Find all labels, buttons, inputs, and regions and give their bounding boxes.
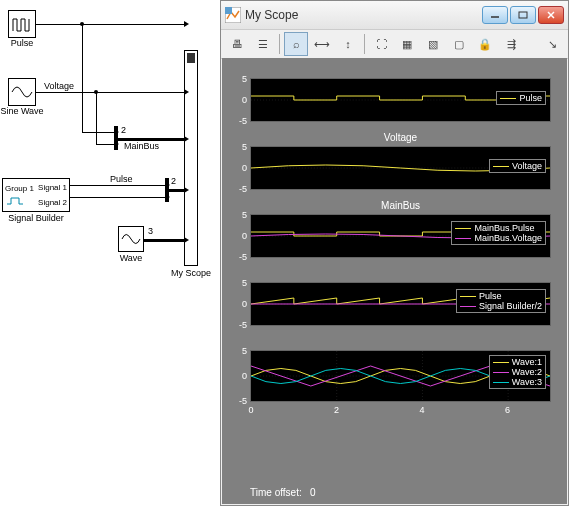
float-icon[interactable]: ▢ bbox=[447, 32, 471, 56]
sine-label: Sine Wave bbox=[0, 106, 44, 116]
zoom-y-icon[interactable]: ↕ bbox=[336, 32, 360, 56]
plot-2[interactable]: Voltage 5 0 -5 Voltage bbox=[250, 132, 551, 190]
chevron-icon[interactable]: ↘ bbox=[540, 32, 564, 56]
app-icon bbox=[225, 7, 241, 23]
toolbar: 🖶 ☰ ⌕ ⟷ ↕ ⛶ ▦ ▧ ▢ 🔒 ⇶ ↘ bbox=[221, 30, 568, 59]
legend-3: MainBus.Pulse MainBus.Voltage bbox=[451, 221, 546, 245]
restore-axes-icon[interactable]: ▧ bbox=[421, 32, 445, 56]
scope-block[interactable] bbox=[184, 50, 198, 266]
minimize-button[interactable] bbox=[482, 6, 508, 24]
close-button[interactable] bbox=[538, 6, 564, 24]
plot-4[interactable]: 5 0 -5 Pulse Signal Builder/2 bbox=[250, 268, 551, 326]
autoscale-icon[interactable]: ⛶ bbox=[369, 32, 393, 56]
save-axes-icon[interactable]: ▦ bbox=[395, 32, 419, 56]
signal-select-icon[interactable]: ⇶ bbox=[499, 32, 523, 56]
plot-3[interactable]: MainBus 5 0 -5 MainBus.Pulse MainBus.Vol… bbox=[250, 200, 551, 258]
wave-block[interactable] bbox=[118, 226, 144, 252]
print-icon[interactable]: 🖶 bbox=[225, 32, 249, 56]
titlebar[interactable]: My Scope bbox=[221, 1, 568, 30]
window-title: My Scope bbox=[245, 8, 482, 22]
legend-2: Voltage bbox=[489, 159, 546, 173]
time-offset: Time offset: 0 bbox=[250, 485, 551, 500]
svg-rect-3 bbox=[519, 12, 527, 18]
scope-label: My Scope bbox=[166, 268, 216, 278]
pulse-label: Pulse bbox=[8, 38, 36, 48]
plot-1[interactable]: 5 0 -5 Pulse bbox=[250, 64, 551, 122]
svg-rect-1 bbox=[225, 7, 232, 14]
params-icon[interactable]: ☰ bbox=[251, 32, 275, 56]
zoom-x-icon[interactable]: ⟷ bbox=[310, 32, 334, 56]
wave-label: Wave bbox=[116, 253, 146, 263]
signal-builder-block[interactable]: Group 1 Signal 1 Signal 2 bbox=[2, 178, 70, 212]
sine-block[interactable] bbox=[8, 78, 36, 106]
legend-5: Wave:1 Wave:2 Wave:3 bbox=[489, 355, 546, 389]
signal-builder-label: Signal Builder bbox=[2, 213, 70, 223]
plot-5[interactable]: 5 0 -5 0 2 4 6 Wave:1 Wave:2 Wave:3 bbox=[250, 336, 551, 402]
legend-1: Pulse bbox=[496, 91, 546, 105]
lock-icon[interactable]: 🔒 bbox=[473, 32, 497, 56]
zoom-icon[interactable]: ⌕ bbox=[284, 32, 308, 56]
scope-window: My Scope 🖶 ☰ ⌕ ⟷ ↕ ⛶ ▦ ▧ ▢ 🔒 ⇶ ↘ 5 0 -5 bbox=[220, 0, 569, 506]
maximize-button[interactable] bbox=[510, 6, 536, 24]
scope-body: 5 0 -5 Pulse Voltage 5 0 -5 Volta bbox=[222, 58, 567, 504]
legend-4: Pulse Signal Builder/2 bbox=[456, 289, 546, 313]
simulink-diagram: Pulse Sine Wave Group 1 Signal 1 Signal … bbox=[0, 0, 220, 506]
pulse-block[interactable] bbox=[8, 10, 36, 38]
